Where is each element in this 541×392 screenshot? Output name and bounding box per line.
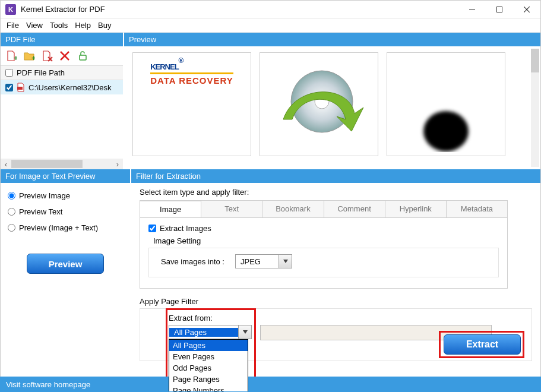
section-preview: Preview [124,33,540,46]
filter-tabs: Image Text Bookmark Comment Hyperlink Me… [140,200,508,217]
menubar: File View Tools Help Buy [1,18,540,33]
menu-tools[interactable]: Tools [46,20,71,31]
svg-point-14 [423,111,469,151]
preview-pane: KERNEL® DATA RECOVERY [124,46,540,169]
black-blob-icon [419,105,473,152]
svg-text:+: + [31,53,35,62]
tab-text[interactable]: Text [201,201,262,217]
section-filter: Filter for Extraction [131,169,540,183]
dd-odd-pages[interactable]: Odd Pages [169,362,248,374]
extract-from-dropdown[interactable]: All Pages Even Pages Odd Pages Page Rang… [169,339,248,392]
chevron-down-icon[interactable] [279,255,292,268]
section-pdf-file: PDF File [1,33,123,46]
dd-all-pages[interactable]: All Pages [169,340,248,351]
tree-row[interactable]: C:\Users\Kernel32\Desk [1,80,123,94]
titlebar: K Kernel Extractor for PDF [1,1,540,18]
dd-page-ranges[interactable]: Page Ranges [169,374,248,385]
preview-vscrollbar[interactable] [531,49,539,167]
tab-hyperlink[interactable]: Hyperlink [385,201,447,217]
tree-row-path: C:\Users\Kernel32\Desk [29,83,111,92]
radio-preview-text[interactable]: Preview Text [8,207,123,216]
extract-images-checkbox[interactable]: Extract Images [148,224,499,233]
window-title: Kernel Extractor for PDF [21,5,105,14]
menu-view[interactable]: View [23,20,46,31]
tree-header: PDF File Path [1,65,123,80]
menu-buy[interactable]: Buy [94,20,115,31]
delete-icon[interactable] [59,50,71,62]
highlight-extract [439,331,524,358]
save-into-select[interactable]: JPEG [235,254,292,268]
app-icon: K [5,4,16,15]
cd-arrow-icon [271,60,366,149]
tree-hscrollbar[interactable]: ‹ › [1,159,123,169]
tab-bookmark[interactable]: Bookmark [262,201,324,217]
close-button[interactable] [513,1,540,18]
file-toolbar: + + [1,46,123,65]
logo-text-top: KERNEL® [150,58,233,71]
tree-row-checkbox[interactable] [5,84,13,91]
unlock-icon[interactable] [77,50,88,62]
footer-link[interactable]: Visit software homepage [0,377,541,392]
preview-button[interactable]: Preview [27,254,104,274]
close-icon [524,7,530,12]
dd-even-pages[interactable]: Even Pages [169,351,248,362]
maximize-button[interactable] [486,1,513,18]
thumbnail-2[interactable] [260,52,378,156]
pdf-file-icon [17,83,25,92]
maximize-icon [496,7,502,12]
image-setting-label: Image Setting [153,236,499,245]
minimize-icon [469,7,475,12]
menu-file[interactable]: File [3,20,23,31]
radio-preview-both[interactable]: Preview (Image + Text) [8,223,123,232]
apply-page-filter-label: Apply Page Filter [140,297,532,306]
tree-header-checkbox[interactable] [5,69,13,77]
svg-marker-15 [283,260,288,263]
logo-text-bottom: DATA RECOVERY [150,75,233,86]
page-filter-panel: Extract from: All Pages All Pages Even P… [140,308,532,361]
svg-rect-1 [497,7,502,12]
thumbnail-3[interactable] [387,52,505,156]
tab-image[interactable]: Image [140,201,201,217]
filter-instruction: Select item type and apply filter: [140,188,532,197]
thumbnail-1[interactable]: KERNEL® DATA RECOVERY [132,52,251,156]
add-file-icon[interactable]: + [5,50,17,62]
tab-comment[interactable]: Comment [324,201,385,217]
svg-text:+: + [14,53,17,62]
section-preview-choice: For Image or Text Preview [1,169,130,183]
svg-rect-11 [17,87,23,90]
save-into-label: Save images into : [161,257,224,266]
tab-panel-image: Extract Images Image Setting Save images… [140,217,508,289]
tree-header-label: PDF File Path [17,68,65,77]
svg-rect-10 [80,55,86,60]
scroll-left-icon[interactable]: ‹ [1,159,11,169]
dd-page-numbers[interactable]: Page Numbers [169,385,248,392]
tab-metadata[interactable]: Metadata [447,201,507,217]
add-folder-icon[interactable]: + [23,50,35,62]
radio-preview-image[interactable]: Preview Image [8,191,123,200]
menu-help[interactable]: Help [71,20,94,31]
scroll-right-icon[interactable]: › [112,159,123,169]
save-into-value: JPEG [236,257,279,266]
remove-file-icon[interactable] [41,50,53,62]
scroll-thumb[interactable] [11,160,83,168]
minimize-button[interactable] [458,1,486,18]
